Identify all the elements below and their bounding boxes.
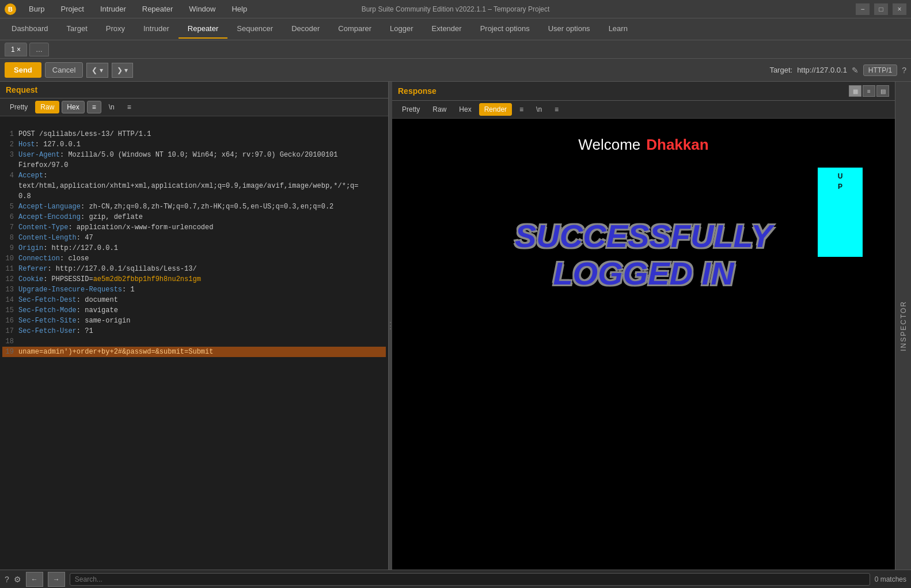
request-hex-btn[interactable]: Hex bbox=[62, 101, 84, 113]
app-icon: B bbox=[5, 3, 16, 15]
request-list-btn[interactable]: ≡ bbox=[87, 101, 101, 113]
search-forward-button[interactable]: → bbox=[48, 572, 65, 587]
target-url: http://127.0.0.1 bbox=[797, 66, 847, 74]
tab-intruder[interactable]: Intruder bbox=[134, 20, 179, 39]
view-list-btn[interactable]: ≡ bbox=[863, 85, 875, 97]
menu-help[interactable]: Help bbox=[228, 2, 250, 16]
maximize-button[interactable]: □ bbox=[874, 3, 888, 15]
response-panel: Response ▦ ≡ ▤ Pretty Raw Hex Render ≡ \… bbox=[392, 82, 895, 570]
bottom-bar: ? ⚙ ← → 0 matches bbox=[0, 570, 911, 588]
edit-icon[interactable]: ✎ bbox=[852, 66, 859, 75]
menu-window[interactable]: Window bbox=[185, 2, 219, 16]
settings-icon[interactable]: ⚙ bbox=[14, 575, 21, 584]
tab-proxy[interactable]: Proxy bbox=[97, 20, 134, 39]
view-column-btn[interactable]: ▤ bbox=[876, 85, 889, 97]
send-button[interactable]: Send bbox=[5, 62, 41, 78]
request-raw-btn[interactable]: Raw bbox=[35, 101, 59, 113]
response-toolbar: Pretty Raw Hex Render ≡ \n ≡ bbox=[392, 101, 895, 119]
help-icon[interactable]: ? bbox=[902, 66, 906, 75]
response-list-btn[interactable]: ≡ bbox=[514, 103, 529, 116]
repeater-tab-1[interactable]: 1 × bbox=[5, 43, 27, 56]
toolbar: Send Cancel ❮ ▾ ❯ ▾ Target: http://127.0… bbox=[0, 59, 911, 82]
tab-comparer[interactable]: Comparer bbox=[329, 20, 381, 39]
welcome-name: Dhakkan bbox=[646, 136, 708, 154]
tab-project-options[interactable]: Project options bbox=[471, 20, 539, 39]
welcome-text: Welcome bbox=[578, 136, 640, 154]
tab-user-options[interactable]: User options bbox=[539, 20, 599, 39]
tab-sequencer[interactable]: Sequencer bbox=[227, 20, 282, 39]
request-panel: Request Pretty Raw Hex ≡ \n ≡ 1POST /sql… bbox=[0, 82, 389, 570]
response-pretty-btn[interactable]: Pretty bbox=[397, 103, 425, 116]
title-bar-left: B Burp Project Intruder Repeater Window … bbox=[5, 2, 250, 16]
tab-dashboard[interactable]: Dashboard bbox=[2, 20, 58, 39]
request-body[interactable]: 1POST /sqlilabs/Less-13/ HTTP/1.1 2Host:… bbox=[0, 116, 388, 570]
request-toolbar: Pretty Raw Hex ≡ \n ≡ bbox=[0, 98, 388, 116]
match-count: 0 matches bbox=[875, 575, 906, 583]
inspector-label: INSPECTOR bbox=[899, 301, 908, 351]
tab-target[interactable]: Target bbox=[58, 20, 97, 39]
response-render-btn[interactable]: Render bbox=[479, 103, 512, 116]
request-newline-btn[interactable]: \n bbox=[104, 101, 120, 113]
inspector-panel: INSPECTOR bbox=[895, 82, 911, 570]
help-circle-icon[interactable]: ? bbox=[5, 575, 9, 584]
request-pretty-btn[interactable]: Pretty bbox=[5, 101, 33, 113]
target-label: Target: bbox=[769, 66, 792, 74]
success-line2: LOGGED IN bbox=[553, 255, 734, 292]
menu-burp[interactable]: Burp bbox=[25, 2, 48, 16]
response-hex-btn[interactable]: Hex bbox=[454, 103, 476, 116]
search-input[interactable] bbox=[70, 573, 870, 586]
response-menu-btn[interactable]: ≡ bbox=[549, 103, 564, 116]
nav-tabs: Dashboard Target Proxy Intruder Repeater… bbox=[0, 18, 911, 40]
target-info: Target: http://127.0.0.1 ✎ HTTP/1 ? bbox=[769, 65, 906, 76]
response-body: Welcome Dhakkan U P SUCCESSFULLY LOGGED … bbox=[392, 119, 895, 570]
response-newline-btn[interactable]: \n bbox=[531, 103, 547, 116]
tab-extender[interactable]: Extender bbox=[423, 20, 471, 39]
view-grid-btn[interactable]: ▦ bbox=[849, 85, 861, 97]
title-bar-controls: − □ × bbox=[856, 3, 906, 15]
menu-project[interactable]: Project bbox=[57, 2, 87, 16]
request-title: Request bbox=[6, 85, 37, 94]
nav-forward-button[interactable]: ❯ ▾ bbox=[112, 63, 133, 78]
welcome-row: Welcome Dhakkan bbox=[392, 119, 895, 160]
success-line1: SUCCESSFULLY bbox=[515, 217, 772, 255]
tab-logger[interactable]: Logger bbox=[381, 20, 422, 39]
title-bar-title: Burp Suite Community Edition v2022.1.1 –… bbox=[362, 5, 550, 13]
response-title: Response bbox=[398, 86, 436, 96]
repeater-tab-new[interactable]: … bbox=[29, 43, 49, 56]
title-bar: B Burp Project Intruder Repeater Window … bbox=[0, 0, 911, 18]
menu-intruder[interactable]: Intruder bbox=[97, 2, 130, 16]
menu-repeater[interactable]: Repeater bbox=[139, 2, 176, 16]
response-view-buttons: ▦ ≡ ▤ bbox=[849, 85, 889, 97]
repeater-tabs: 1 × … bbox=[0, 40, 911, 59]
response-raw-btn[interactable]: Raw bbox=[427, 103, 451, 116]
render-container: Welcome Dhakkan U P SUCCESSFULLY LOGGED … bbox=[392, 119, 895, 570]
main-content: Request Pretty Raw Hex ≡ \n ≡ 1POST /sql… bbox=[0, 82, 911, 570]
response-header: Response ▦ ≡ ▤ bbox=[392, 82, 895, 101]
tab-repeater[interactable]: Repeater bbox=[179, 20, 227, 39]
title-bar-menu: Burp Project Intruder Repeater Window He… bbox=[25, 2, 250, 16]
http-version-badge: HTTP/1 bbox=[863, 65, 897, 76]
close-button[interactable]: × bbox=[893, 3, 906, 15]
request-menu-btn[interactable]: ≡ bbox=[122, 101, 136, 113]
cancel-button[interactable]: Cancel bbox=[45, 62, 83, 78]
nav-back-button[interactable]: ❮ ▾ bbox=[86, 63, 108, 78]
request-header: Request bbox=[0, 82, 388, 98]
minimize-button[interactable]: − bbox=[856, 3, 870, 15]
search-back-button[interactable]: ← bbox=[26, 572, 43, 587]
tab-decoder[interactable]: Decoder bbox=[282, 20, 329, 39]
tab-learn[interactable]: Learn bbox=[599, 20, 637, 39]
cyan-info-box: U P bbox=[818, 168, 863, 257]
